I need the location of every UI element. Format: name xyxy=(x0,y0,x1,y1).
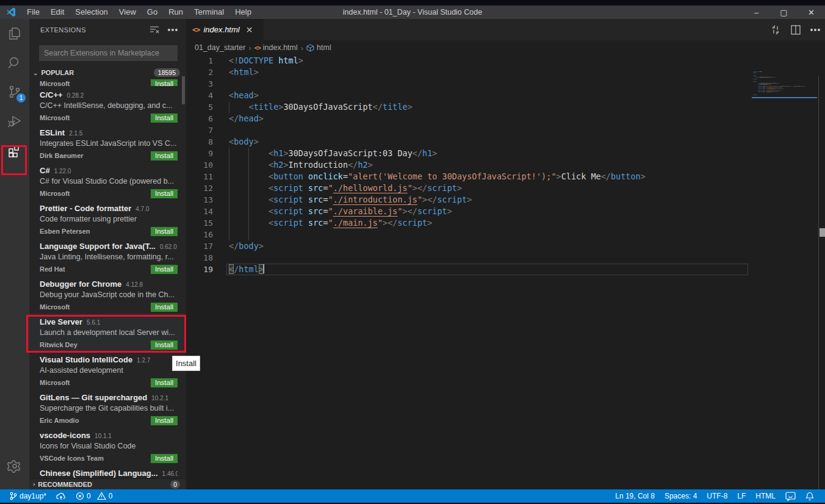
code-line: <head> xyxy=(186,90,748,101)
extension-version: 1.22.0 xyxy=(54,168,71,175)
extension-item[interactable]: Live Server5.6.1Launch a development loc… xyxy=(29,314,186,351)
sidebar-item-source-control[interactable]: 1 xyxy=(0,77,29,107)
extension-author: Microsoft xyxy=(40,379,70,386)
manage-settings-button[interactable] xyxy=(0,452,29,481)
sidebar-item-run-debug[interactable] xyxy=(0,107,29,136)
menu-view[interactable]: View xyxy=(113,5,142,19)
git-branch-indicator[interactable]: day1up* xyxy=(5,489,51,503)
section-popular[interactable]: ⌄ POPULAR 18595 xyxy=(29,67,186,78)
extension-item[interactable]: Prettier - Code formatter4.7.0Code forma… xyxy=(29,200,186,238)
minimize-button[interactable]: – xyxy=(743,5,770,19)
sidebar-item-explorer[interactable] xyxy=(0,19,29,48)
branch-name: day1up* xyxy=(20,492,46,500)
menu-go[interactable]: Go xyxy=(142,5,163,19)
sidebar-scrollbar[interactable] xyxy=(182,76,185,104)
install-button[interactable]: Install xyxy=(151,303,178,312)
split-editor-icon[interactable] xyxy=(791,25,801,35)
menu-terminal[interactable]: Terminal xyxy=(189,5,229,19)
extension-item[interactable]: Visual Studio IntelliCode1.2.7AI-assiste… xyxy=(29,351,186,389)
install-button[interactable]: Install xyxy=(151,378,178,387)
tab-close-icon[interactable]: ✕ xyxy=(246,25,253,35)
search-extensions-box[interactable] xyxy=(39,45,178,61)
vscode-window: FileEditSelectionViewGoRunTerminalHelp i… xyxy=(0,0,825,504)
status-cursor-position[interactable]: Ln 19, Col 8 xyxy=(610,489,660,503)
extension-item[interactable]: C#1.22.0C# for Visual Studio Code (power… xyxy=(29,162,186,200)
code-editor[interactable]: 12345678910111213141516171819 <!DOCTYPE … xyxy=(186,55,825,489)
install-button[interactable]: Install xyxy=(151,79,178,87)
title-bar: FileEditSelectionViewGoRunTerminalHelp i… xyxy=(0,5,825,19)
indent-guide xyxy=(248,229,249,240)
extension-name: ESLint xyxy=(40,128,65,137)
extension-item[interactable]: Debugger for Chrome4.12.8Debug your Java… xyxy=(29,276,186,314)
more-actions-icon[interactable] xyxy=(168,29,178,31)
notifications-bell[interactable] xyxy=(801,489,819,503)
status-right: Ln 19, Col 8Spaces: 4UTF-8LFHTML xyxy=(610,489,825,503)
install-button[interactable]: Install xyxy=(151,227,178,236)
menu-edit[interactable]: Edit xyxy=(45,5,70,19)
status-eol[interactable]: LF xyxy=(732,489,751,503)
install-button[interactable]: Install xyxy=(151,416,178,425)
tab-bar: <> index.html ✕ xyxy=(186,19,825,40)
extension-item[interactable]: GitLens — Git supercharged10.2.1Supercha… xyxy=(29,389,186,427)
menu-help[interactable]: Help xyxy=(229,5,257,19)
extension-item[interactable]: C/C++0.28.2C/C++ IntelliSense, debugging… xyxy=(29,87,186,124)
warning-count: 0 xyxy=(109,492,113,500)
extension-description: Supercharge the Git capabilities built i… xyxy=(40,404,178,415)
extension-author: Microsoft xyxy=(40,303,70,311)
more-actions-icon[interactable] xyxy=(810,29,820,31)
extension-item[interactable]: Chinese (Simplified) Languag...1.46.0 xyxy=(29,465,186,478)
breadcrumb-item-01_day_starter[interactable]: 01_day_starter xyxy=(195,43,245,52)
extension-name: Live Server xyxy=(40,317,82,326)
extension-author: Esben Petersen xyxy=(40,228,90,235)
menu-selection[interactable]: Selection xyxy=(70,5,113,19)
extension-name: Language Support for Java(T... xyxy=(40,242,156,251)
extension-item[interactable]: ESLint2.1.5Integrates ESLint JavaScript … xyxy=(29,124,186,162)
install-button[interactable]: Install xyxy=(151,265,178,274)
code-line: <title>30DaysOfJavaScript</title> xyxy=(186,101,748,113)
sidebar-item-extensions[interactable] xyxy=(0,136,29,165)
install-button[interactable]: Install xyxy=(151,189,178,198)
sidebar-item-search[interactable] xyxy=(0,48,29,77)
scm-changes-badge: 1 xyxy=(16,93,26,103)
open-changes-icon[interactable] xyxy=(770,24,781,35)
extension-author: Eric Amodio xyxy=(40,417,79,424)
scrollbar-marker[interactable] xyxy=(820,228,825,237)
code-line: <button onclick="alert('Welcome to 30Day… xyxy=(186,171,748,182)
extension-description: Launch a development local Server wi... xyxy=(40,328,178,339)
code-line: <html> xyxy=(186,67,748,78)
errors-icon xyxy=(76,492,84,500)
clear-filter-icon[interactable] xyxy=(150,26,159,34)
install-button[interactable]: Install xyxy=(151,454,178,463)
tab-index-html[interactable]: <> index.html ✕ xyxy=(186,19,264,40)
extension-description: Code formatter using prettier xyxy=(40,215,178,226)
install-button[interactable]: Install xyxy=(151,340,178,350)
extension-item[interactable]: vscode-icons10.1.1Icons for Visual Studi… xyxy=(29,427,186,465)
status-language-mode[interactable]: HTML xyxy=(751,489,780,503)
extension-name: C# xyxy=(40,166,50,175)
breadcrumb-item-index.html[interactable]: <>index.html xyxy=(254,43,298,52)
code-line xyxy=(186,124,748,136)
menu-file[interactable]: File xyxy=(21,5,45,19)
sync-changes-button[interactable] xyxy=(51,489,71,503)
section-recommended[interactable]: › RECOMMENDED 0 xyxy=(29,478,186,489)
install-button[interactable]: Install xyxy=(151,113,178,123)
extension-name: GitLens — Git supercharged xyxy=(40,393,147,402)
minimap[interactable]: <!DOCTYPE html><html><head> <title>30Day… xyxy=(752,71,818,504)
extension-author: Dirk Baeumer xyxy=(40,152,84,159)
feedback-button[interactable] xyxy=(780,489,801,503)
html-file-icon: <> xyxy=(254,45,261,51)
extension-item[interactable]: Language Support for Java(T...0.62.0Java… xyxy=(29,238,186,276)
code-line xyxy=(186,78,748,90)
status-encoding[interactable]: UTF-8 xyxy=(702,489,732,503)
run-debug-icon xyxy=(7,113,23,129)
breadcrumb-item-html[interactable]: html xyxy=(306,43,331,52)
menu-run[interactable]: Run xyxy=(163,5,189,19)
indent-guide xyxy=(229,229,229,240)
window-controls: – ▢ ✕ xyxy=(743,5,825,19)
status-indentation[interactable]: Spaces: 4 xyxy=(660,489,702,503)
maximize-button[interactable]: ▢ xyxy=(770,5,798,19)
close-button[interactable]: ✕ xyxy=(798,5,825,19)
search-extensions-input[interactable] xyxy=(39,49,178,57)
problems-indicator[interactable]: 0 0 xyxy=(71,489,117,503)
install-button[interactable]: Install xyxy=(151,151,178,160)
